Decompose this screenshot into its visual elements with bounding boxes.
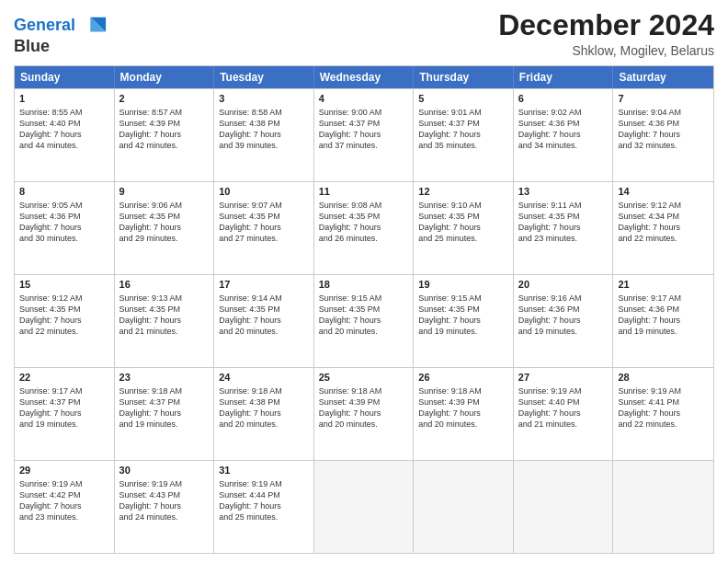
- calendar-cell: 1Sunrise: 8:55 AMSunset: 4:40 PMDaylight…: [15, 89, 115, 181]
- calendar-cell: 9Sunrise: 9:06 AMSunset: 4:35 PMDaylight…: [115, 182, 215, 274]
- calendar-cell: 5Sunrise: 9:01 AMSunset: 4:37 PMDaylight…: [414, 89, 514, 181]
- day-number: 3: [219, 92, 309, 106]
- cell-line: and 25 minutes.: [418, 233, 508, 244]
- cell-line: Sunset: 4:37 PM: [418, 118, 508, 129]
- cell-line: Daylight: 7 hours: [418, 222, 508, 233]
- day-number: 2: [119, 92, 210, 106]
- cell-line: Daylight: 7 hours: [219, 315, 309, 326]
- day-number: 6: [518, 92, 609, 106]
- calendar-week-5: 29Sunrise: 9:19 AMSunset: 4:42 PMDayligh…: [15, 460, 713, 553]
- day-number: 5: [418, 92, 508, 106]
- cell-line: Daylight: 7 hours: [219, 129, 309, 140]
- day-number: 21: [618, 278, 709, 292]
- cell-line: Sunrise: 9:01 AM: [418, 107, 508, 118]
- day-number: 22: [19, 371, 109, 385]
- cell-line: Daylight: 7 hours: [518, 129, 609, 140]
- cell-line: Sunrise: 9:17 AM: [19, 385, 109, 396]
- cell-line: Daylight: 7 hours: [119, 408, 210, 419]
- calendar-header: SundayMondayTuesdayWednesdayThursdayFrid…: [15, 66, 713, 88]
- cell-line: Sunset: 4:37 PM: [19, 396, 109, 408]
- cell-line: Sunrise: 9:07 AM: [219, 200, 309, 211]
- day-number: 14: [618, 185, 709, 199]
- calendar-cell: 12Sunrise: 9:10 AMSunset: 4:35 PMDayligh…: [414, 182, 514, 274]
- cell-line: Sunset: 4:40 PM: [518, 396, 609, 408]
- calendar-body: 1Sunrise: 8:55 AMSunset: 4:40 PMDaylight…: [15, 88, 713, 553]
- cell-line: Sunset: 4:37 PM: [119, 396, 210, 408]
- cell-line: Sunrise: 9:19 AM: [618, 385, 709, 396]
- cell-line: Sunset: 4:36 PM: [618, 118, 709, 129]
- header-day-sunday: Sunday: [15, 66, 115, 88]
- calendar-cell: 20Sunrise: 9:16 AMSunset: 4:36 PMDayligh…: [514, 275, 614, 367]
- cell-line: Sunset: 4:43 PM: [119, 489, 210, 500]
- calendar-cell: 27Sunrise: 9:19 AMSunset: 4:40 PMDayligh…: [514, 368, 614, 460]
- calendar-cell: 21Sunrise: 9:17 AMSunset: 4:36 PMDayligh…: [613, 275, 713, 367]
- calendar: SundayMondayTuesdayWednesdayThursdayFrid…: [14, 65, 714, 554]
- calendar-cell: 25Sunrise: 9:18 AMSunset: 4:39 PMDayligh…: [314, 368, 415, 460]
- cell-line: Daylight: 7 hours: [418, 408, 508, 419]
- calendar-week-3: 15Sunrise: 9:12 AMSunset: 4:35 PMDayligh…: [15, 274, 713, 367]
- header-day-tuesday: Tuesday: [214, 66, 314, 88]
- cell-line: and 32 minutes.: [618, 140, 709, 151]
- logo-general: General: [14, 16, 75, 34]
- cell-line: and 44 minutes.: [19, 140, 109, 151]
- calendar-cell: 28Sunrise: 9:19 AMSunset: 4:41 PMDayligh…: [613, 368, 713, 460]
- cell-line: Sunset: 4:36 PM: [618, 304, 709, 315]
- calendar-cell: 30Sunrise: 9:19 AMSunset: 4:43 PMDayligh…: [115, 461, 215, 553]
- cell-line: Sunset: 4:35 PM: [319, 211, 409, 222]
- cell-line: and 19 minutes.: [19, 419, 109, 430]
- cell-line: Sunset: 4:36 PM: [19, 211, 109, 222]
- subtitle: Shklow, Mogilev, Belarus: [498, 43, 714, 58]
- logo-text: General: [14, 13, 108, 39]
- cell-line: Sunrise: 9:19 AM: [119, 478, 210, 489]
- day-number: 28: [618, 371, 709, 385]
- day-number: 23: [119, 371, 210, 385]
- day-number: 11: [319, 185, 409, 199]
- cell-line: Sunset: 4:35 PM: [219, 304, 309, 315]
- cell-line: Sunset: 4:44 PM: [219, 489, 309, 500]
- cell-line: Sunset: 4:39 PM: [319, 396, 409, 408]
- cell-line: Daylight: 7 hours: [219, 500, 309, 511]
- day-number: 17: [219, 278, 309, 292]
- calendar-cell: 29Sunrise: 9:19 AMSunset: 4:42 PMDayligh…: [15, 461, 115, 553]
- cell-line: Sunrise: 9:16 AM: [518, 293, 609, 304]
- cell-line: and 25 minutes.: [219, 511, 309, 523]
- header-day-monday: Monday: [115, 66, 215, 88]
- cell-line: Sunrise: 9:15 AM: [418, 293, 508, 304]
- cell-line: and 19 minutes.: [518, 326, 609, 337]
- header-day-wednesday: Wednesday: [314, 66, 415, 88]
- cell-line: Sunrise: 9:02 AM: [518, 107, 609, 118]
- header-day-saturday: Saturday: [613, 66, 713, 88]
- cell-line: and 21 minutes.: [518, 419, 609, 430]
- cell-line: and 20 minutes.: [319, 326, 409, 337]
- cell-line: and 20 minutes.: [319, 419, 409, 430]
- page: General Blue December 2024 Shklow, Mogil…: [0, 0, 728, 563]
- day-number: 9: [119, 185, 210, 199]
- cell-line: Daylight: 7 hours: [119, 129, 210, 140]
- calendar-cell: 24Sunrise: 9:18 AMSunset: 4:38 PMDayligh…: [214, 368, 314, 460]
- day-number: 15: [19, 278, 109, 292]
- main-title: December 2024: [498, 9, 714, 41]
- calendar-cell: 2Sunrise: 8:57 AMSunset: 4:39 PMDaylight…: [115, 89, 215, 181]
- calendar-cell: 31Sunrise: 9:19 AMSunset: 4:44 PMDayligh…: [214, 461, 314, 553]
- cell-line: Sunrise: 9:00 AM: [319, 107, 409, 118]
- cell-line: Sunset: 4:35 PM: [418, 211, 508, 222]
- day-number: 29: [19, 464, 109, 477]
- cell-line: Daylight: 7 hours: [119, 500, 210, 511]
- cell-line: and 24 minutes.: [119, 511, 210, 523]
- header: General Blue December 2024 Shklow, Mogil…: [14, 9, 714, 58]
- cell-line: Sunrise: 8:55 AM: [19, 107, 109, 118]
- cell-line: Sunrise: 9:13 AM: [119, 293, 210, 304]
- calendar-cell: [414, 461, 514, 553]
- calendar-cell: 13Sunrise: 9:11 AMSunset: 4:35 PMDayligh…: [514, 182, 614, 274]
- calendar-cell: 7Sunrise: 9:04 AMSunset: 4:36 PMDaylight…: [613, 89, 713, 181]
- cell-line: and 35 minutes.: [418, 140, 508, 151]
- cell-line: Daylight: 7 hours: [418, 129, 508, 140]
- cell-line: Daylight: 7 hours: [19, 408, 109, 419]
- cell-line: Sunrise: 9:14 AM: [219, 293, 309, 304]
- cell-line: Sunrise: 9:12 AM: [618, 200, 709, 211]
- cell-line: Sunset: 4:36 PM: [518, 304, 609, 315]
- cell-line: and 22 minutes.: [618, 233, 709, 244]
- cell-line: Sunrise: 9:06 AM: [119, 200, 210, 211]
- cell-line: Daylight: 7 hours: [618, 222, 709, 233]
- day-number: 13: [518, 185, 609, 199]
